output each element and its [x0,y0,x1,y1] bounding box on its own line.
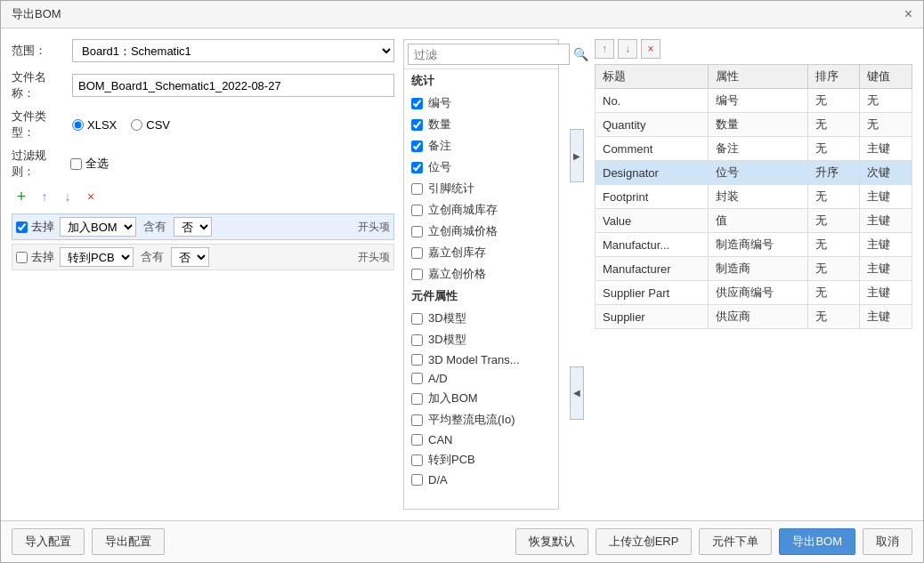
table-header-row: 标题 属性 排序 键值 [596,65,912,89]
filter-rule-row: 过滤规则： 全选 [12,148,394,180]
props-section-label: 元件属性 [404,285,558,308]
table-delete-button[interactable]: × [641,39,661,59]
table-cell-title: Value [596,209,709,233]
table-cell-title: Quantity [596,113,709,137]
table-row[interactable]: Quantity数量无无 [596,113,912,137]
check-备注[interactable]: 备注 [404,135,558,157]
check-avg-current[interactable]: 平均整流电流(Io) [404,409,558,430]
table-cell-sort: 无 [807,209,860,233]
table-row[interactable]: No.编号无无 [596,89,912,113]
table-cell-key: 主键 [860,137,912,161]
table-cell-title: No. [596,89,709,113]
right-toolbar: ↑ ↓ × [595,39,912,59]
filetype-csv-radio[interactable] [131,119,142,131]
order-parts-button[interactable]: 元件下单 [699,528,772,555]
table-cell-attr: 供应商 [709,305,808,329]
filter-row-1-yesno-select[interactable]: 否 [171,247,209,267]
check-嘉立创库存[interactable]: 嘉立创库存 [404,242,558,263]
table-cell-sort: 无 [807,257,860,281]
filter-row-0-end[interactable]: 开头项 [358,220,390,235]
check-嘉立创价格[interactable]: 嘉立创价格 [404,263,558,285]
table-cell-attr: 备注 [709,137,808,161]
check-引脚统计[interactable]: 引脚统计 [404,178,558,199]
check-立创商城价格[interactable]: 立创商城价格 [404,221,558,242]
col-header-key: 键值 [860,65,912,89]
filter-row-1: 去掉 转到PCB 含有 否 开头项 [12,244,394,270]
filter-row-0-yesno-select[interactable]: 否 [174,217,212,237]
table-row[interactable]: Value值无主键 [596,209,912,233]
filter-row-1-end[interactable]: 开头项 [358,250,390,265]
check-da[interactable]: D/A [404,471,558,489]
check-3d模型2[interactable]: 3D模型 [404,329,558,350]
export-bom-button[interactable]: 导出BOM [779,528,855,555]
move-down-button[interactable]: ↓ [58,187,77,206]
table-cell-title: Comment [596,137,709,161]
expand-right-button[interactable]: ▶ [570,129,584,182]
table-row[interactable]: Manufacturer制造商无主键 [596,257,912,281]
filter-row-0-checkbox[interactable] [16,221,28,233]
col-header-sort: 排序 [807,65,860,89]
table-cell-sort: 无 [807,185,860,209]
table-move-down-button[interactable]: ↓ [618,39,637,59]
dialog-title: 导出BOM [12,6,61,22]
check-立创商城库存[interactable]: 立创商城库存 [404,199,558,221]
table-cell-sort: 无 [807,281,860,305]
title-bar: 导出BOM × [1,1,923,28]
middle-panel: 🔍 统计 编号 数量 备注 位号 引脚统计 立创商城库存 立创商城价格 嘉立创库… [403,39,559,510]
filetype-csv-label[interactable]: CSV [131,118,170,132]
scope-select[interactable]: Board1：Schematic1 [72,39,394,62]
check-can[interactable]: CAN [404,430,558,449]
upload-erp-button[interactable]: 上传立创ERP [596,528,693,555]
check-编号[interactable]: 编号 [404,92,558,114]
table-row[interactable]: Supplier Part供应商编号无主键 [596,281,912,305]
filename-label: 文件名称： [12,69,65,101]
table-cell-key: 主键 [860,281,912,305]
table-move-up-button[interactable]: ↑ [595,39,614,59]
delete-filter-button[interactable]: × [81,187,101,206]
filter-row-0-field-select[interactable]: 加入BOM [60,217,136,237]
check-转到pcb[interactable]: 转到PCB [404,449,558,471]
cancel-button[interactable]: 取消 [863,528,912,555]
right-panel: ↑ ↓ × 标题 属性 排序 键值 No.编号无无Quantity数量无无Com… [595,39,912,510]
table-cell-attr: 值 [709,209,808,233]
filetype-xlsx-radio[interactable] [72,119,84,131]
table-cell-key: 主键 [860,257,912,281]
table-row[interactable]: Manufactur...制造商编号无主键 [596,233,912,257]
import-config-button[interactable]: 导入配置 [12,528,85,555]
export-config-button[interactable]: 导出配置 [92,528,165,555]
filetype-xlsx-label[interactable]: XLSX [72,118,117,132]
check-3d模型1[interactable]: 3D模型 [404,308,558,329]
select-all-check: 全选 [70,156,109,172]
table-row[interactable]: Comment备注无主键 [596,137,912,161]
filter-row-1-field-select[interactable]: 转到PCB [60,247,134,267]
table-cell-key: 主键 [860,305,912,329]
table-cell-sort: 无 [807,137,860,161]
check-加入bom[interactable]: 加入BOM [404,388,558,409]
close-button[interactable]: × [904,6,912,22]
move-up-button[interactable]: ↑ [35,187,54,206]
table-row[interactable]: Supplier供应商无主键 [596,305,912,329]
check-数量[interactable]: 数量 [404,114,558,135]
right-table: 标题 属性 排序 键值 No.编号无无Quantity数量无无Comment备注… [595,64,912,329]
check-ad[interactable]: A/D [404,369,558,388]
table-row[interactable]: Footprint封装无主键 [596,185,912,209]
table-cell-attr: 数量 [709,113,808,137]
filter-row-1-checkbox[interactable] [16,252,28,263]
filename-row: 文件名称： BOM_Board1_Schematic1_2022-08-27 [12,69,394,101]
table-cell-title: Supplier [596,305,709,329]
table-cell-key: 无 [860,113,912,137]
filter-row-0: 去掉 加入BOM 含有 否 开头项 [12,213,394,240]
filename-input[interactable]: BOM_Board1_Schematic1_2022-08-27 [72,74,394,97]
col-header-attr: 属性 [709,65,808,89]
table-cell-attr: 制造商编号 [709,233,808,257]
check-3d-model-trans[interactable]: 3D Model Trans... [404,350,558,369]
search-input[interactable] [408,44,570,65]
table-row[interactable]: Designator位号升序次键 [596,161,912,185]
add-filter-button[interactable]: + [12,187,31,206]
expand-left-button[interactable]: ◀ [570,366,584,420]
select-all-checkbox[interactable] [70,158,82,170]
restore-default-button[interactable]: 恢复默认 [515,528,588,555]
table-cell-attr: 供应商编号 [709,281,808,305]
check-位号[interactable]: 位号 [404,157,558,178]
footer-right: 恢复默认 上传立创ERP 元件下单 导出BOM 取消 [515,528,912,555]
